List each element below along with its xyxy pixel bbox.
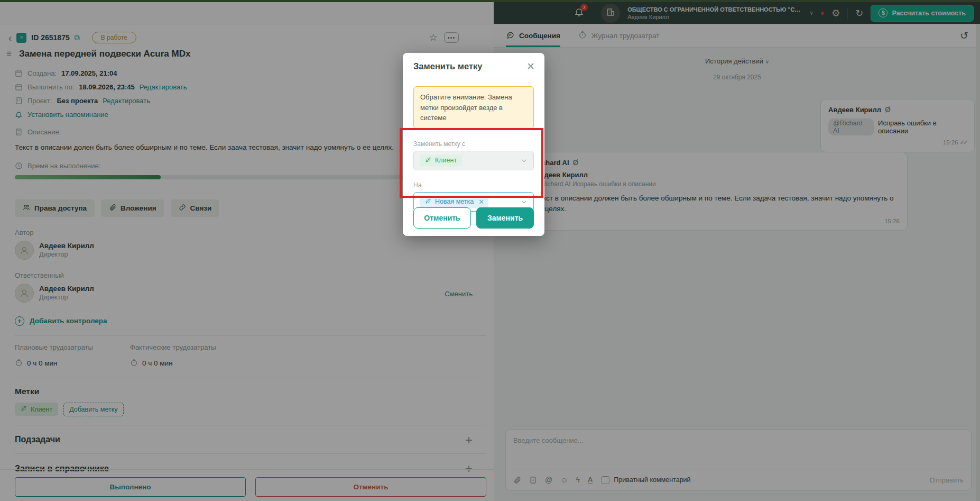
chevron-down-icon [521, 157, 528, 164]
modal-title: Заменить метку [413, 61, 483, 71]
replace-to-label: На [413, 181, 534, 189]
close-icon[interactable]: ✕ [526, 61, 535, 71]
app-root: 7 ОБЩЕСТВО С ОГРАНИЧЕННОЙ ОТВЕТСТВЕННОСТ… [0, 0, 980, 501]
replace-label-modal: Заменить метку ✕ Обратите внимание: Заме… [403, 53, 544, 236]
warning-message: Обратите внимание: Замена метки произойд… [413, 86, 534, 129]
selected-label-new: Новая метка ✕ [420, 196, 488, 208]
leaf-icon [425, 157, 431, 165]
selected-label-client: Клиент [420, 154, 462, 167]
leaf-icon [425, 198, 431, 206]
remove-tag-x-icon[interactable]: ✕ [478, 198, 484, 206]
replace-from-label: Заменить метку с [413, 140, 534, 148]
modal-cancel-button[interactable]: Отменить [413, 207, 471, 229]
chevron-down-icon [521, 198, 528, 205]
modal-confirm-button[interactable]: Заменить [476, 207, 534, 229]
replace-from-select[interactable]: Клиент [413, 151, 534, 170]
